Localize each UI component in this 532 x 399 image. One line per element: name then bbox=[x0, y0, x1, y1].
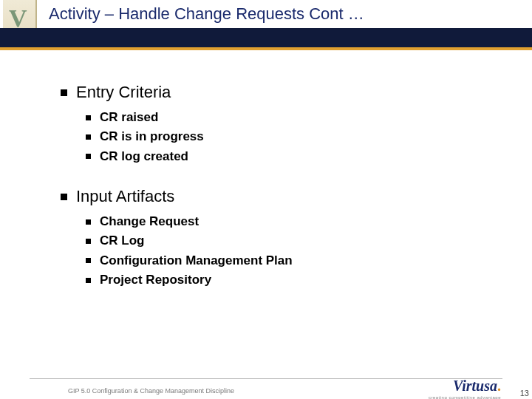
square-bullet-icon bbox=[86, 219, 91, 225]
section-heading-input-artifacts: Input Artifacts bbox=[61, 187, 502, 206]
list-item-label: Project Repository bbox=[100, 270, 211, 290]
entry-criteria-list: CR raised CR is in progress CR log creat… bbox=[86, 108, 502, 166]
slide-footer: GIP 5.0 Configuration & Change Managemen… bbox=[0, 375, 532, 399]
list-item: CR raised bbox=[86, 108, 502, 127]
company-logo: Virtusa. bbox=[453, 378, 501, 395]
square-bullet-icon bbox=[86, 134, 91, 140]
section-heading-label: Input Artifacts bbox=[76, 187, 174, 206]
square-bullet-icon bbox=[61, 89, 67, 96]
list-item: CR is in progress bbox=[86, 127, 502, 146]
page-number: 13 bbox=[520, 389, 529, 398]
section-heading-entry-criteria: Entry Criteria bbox=[61, 83, 502, 102]
list-item-label: CR raised bbox=[100, 108, 158, 127]
square-bullet-icon bbox=[61, 194, 67, 200]
slide-title: Activity – Handle Change Requests Cont … bbox=[49, 4, 364, 24]
list-item: Project Repository bbox=[86, 270, 502, 290]
list-item-label: CR is in progress bbox=[100, 127, 204, 146]
list-item: Change Request bbox=[86, 212, 502, 231]
footer-discipline: GIP 5.0 Configuration & Change Managemen… bbox=[68, 387, 234, 395]
list-item-label: CR Log bbox=[100, 231, 144, 250]
list-item: CR log created bbox=[86, 147, 502, 166]
company-tagline: creating competitive advantage bbox=[429, 395, 501, 399]
footer-divider bbox=[30, 378, 502, 379]
square-bullet-icon bbox=[86, 115, 91, 120]
list-item: Configuration Management Plan bbox=[86, 251, 502, 270]
list-item-label: Configuration Management Plan bbox=[100, 251, 293, 270]
list-item: CR Log bbox=[86, 231, 502, 250]
square-bullet-icon bbox=[86, 154, 91, 159]
list-item-label: Change Request bbox=[100, 212, 199, 231]
list-item-label: CR log created bbox=[100, 147, 188, 166]
square-bullet-icon bbox=[86, 278, 91, 283]
square-bullet-icon bbox=[86, 258, 91, 263]
square-bullet-icon bbox=[86, 239, 91, 244]
title-underline bbox=[0, 28, 532, 47]
section-heading-label: Entry Criteria bbox=[76, 83, 171, 102]
slide-header: Activity – Handle Change Requests Cont … bbox=[0, 0, 532, 47]
slide-content: Entry Criteria CR raised CR is in progre… bbox=[61, 83, 502, 310]
input-artifacts-list: Change Request CR Log Configuration Mana… bbox=[86, 212, 502, 290]
